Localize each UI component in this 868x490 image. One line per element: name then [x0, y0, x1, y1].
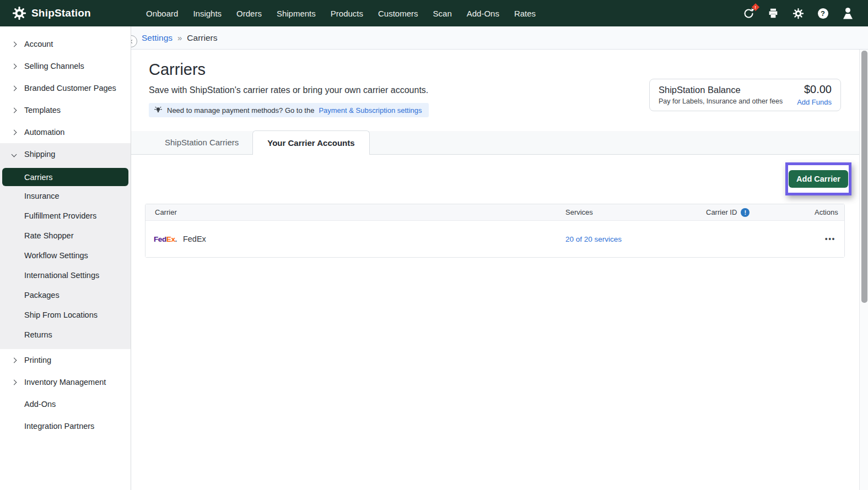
- sidebar-item-returns[interactable]: Returns: [0, 325, 131, 345]
- balance-title: ShipStation Balance: [659, 85, 783, 95]
- sidebar-shipping-section: Shipping Carriers Insurance Fulfillment …: [0, 143, 131, 349]
- help-icon[interactable]: ?: [817, 7, 829, 19]
- sidebar-item-insurance[interactable]: Insurance: [0, 186, 131, 206]
- chevron-right-icon: [12, 379, 17, 385]
- tab-your-carrier-accounts[interactable]: Your Carrier Accounts: [252, 130, 369, 155]
- chevron-right-icon: [12, 357, 17, 363]
- table-header-row: Carrier Services Carrier ID ! Actions: [145, 204, 844, 221]
- nav-item-orders[interactable]: Orders: [236, 9, 262, 18]
- fedex-logo: FedEx.: [154, 235, 177, 243]
- nav-item-onboard[interactable]: Onboard: [146, 9, 178, 18]
- settings-gear-icon[interactable]: [792, 7, 804, 19]
- payment-settings-link[interactable]: Payment & Subscription settings: [319, 106, 422, 115]
- table-row-fedex: FedEx. FedEx 20 of 20 services •••: [145, 221, 844, 257]
- page-title: Carriers: [149, 59, 868, 79]
- sidebar-item-automation[interactable]: Automation: [0, 121, 131, 143]
- sidebar-item-packages[interactable]: Packages: [0, 285, 131, 305]
- breadcrumb-settings-link[interactable]: Settings: [142, 33, 172, 43]
- chevron-right-icon: [12, 41, 17, 47]
- print-icon[interactable]: [767, 7, 779, 19]
- chevron-right-icon: [12, 129, 17, 135]
- sidebar-item-rate-shopper[interactable]: Rate Shopper: [0, 226, 131, 246]
- annotation-highlight: Add Carrier: [785, 162, 851, 195]
- sidebar-item-shipping[interactable]: Shipping: [0, 143, 131, 165]
- nav-item-products[interactable]: Products: [331, 9, 363, 18]
- column-header-carrier-id: Carrier ID: [706, 208, 737, 216]
- sidebar-item-account[interactable]: Account: [0, 33, 131, 55]
- breadcrumb-separator: »: [177, 33, 182, 42]
- row-actions-menu-icon[interactable]: •••: [825, 235, 835, 243]
- sidebar-item-fulfillment-providers[interactable]: Fulfillment Providers: [0, 206, 131, 226]
- sidebar-item-inventory-management[interactable]: Inventory Management: [0, 371, 131, 393]
- services-count-link[interactable]: 20 of 20 services: [565, 235, 622, 243]
- nav-item-shipments[interactable]: Shipments: [277, 9, 316, 18]
- column-header-actions: Actions: [815, 208, 847, 216]
- shipstation-logo[interactable]: ShipStation: [12, 0, 91, 26]
- sidebar-item-carriers[interactable]: Carriers: [2, 168, 128, 186]
- top-navigation-bar: ShipStation Onboard Insights Orders Ship…: [0, 0, 868, 26]
- sidebar-item-integration-partners[interactable]: Integration Partners: [0, 415, 131, 437]
- lightbulb-icon: [154, 106, 163, 115]
- refresh-icon[interactable]: !: [742, 7, 754, 19]
- tab-shipstation-carriers[interactable]: ShipStation Carriers: [151, 131, 252, 154]
- breadcrumb-current: Carriers: [187, 33, 217, 43]
- payment-info-banner: Need to manage payment methods? Go to th…: [149, 103, 429, 117]
- main-content: Settings » Carriers Carriers Save with S…: [131, 26, 868, 490]
- nav-item-add-ons[interactable]: Add-Ons: [467, 9, 499, 18]
- sidebar-item-add-ons[interactable]: Add-Ons: [0, 393, 131, 415]
- sidebar-item-international-settings[interactable]: International Settings: [0, 265, 131, 285]
- brand-name: ShipStation: [31, 7, 91, 19]
- chevron-right-icon: [12, 63, 17, 69]
- carrier-name: FedEx: [183, 235, 206, 243]
- primary-nav: Onboard Insights Orders Shipments Produc…: [146, 0, 536, 26]
- scrollbar[interactable]: [859, 50, 868, 490]
- balance-description: Pay for Labels, Insurance and other fees: [659, 97, 783, 105]
- carrier-id-info-icon[interactable]: !: [741, 208, 750, 217]
- column-header-carrier: Carrier: [145, 208, 565, 216]
- sidebar-item-printing[interactable]: Printing: [0, 349, 131, 371]
- nav-item-scan[interactable]: Scan: [433, 9, 452, 18]
- tab-content: Add Carrier Carrier Services Carrier ID …: [131, 155, 868, 490]
- chevron-right-icon: [12, 107, 17, 113]
- scrollbar-thumb[interactable]: [861, 51, 867, 303]
- shipstation-gear-logo-icon: [12, 6, 26, 20]
- carrier-tabs: ShipStation Carriers Your Carrier Accoun…: [131, 131, 868, 155]
- topbar-icons: !: [742, 0, 854, 26]
- sidebar-item-ship-from-locations[interactable]: Ship From Locations: [0, 305, 131, 325]
- nav-item-rates[interactable]: Rates: [514, 9, 536, 18]
- settings-sidebar: Account Selling Channels Branded Custome…: [0, 26, 131, 490]
- chevron-down-icon: [12, 151, 17, 157]
- nav-item-customers[interactable]: Customers: [378, 9, 418, 18]
- sidebar-item-selling-channels[interactable]: Selling Channels: [0, 55, 131, 77]
- balance-amount: $0.00: [797, 83, 832, 96]
- add-funds-link[interactable]: Add Funds: [797, 98, 832, 106]
- balance-card: ShipStation Balance Pay for Labels, Insu…: [649, 79, 841, 111]
- column-header-services: Services: [565, 208, 706, 216]
- chevron-right-icon: [12, 85, 17, 91]
- carriers-table: Carrier Services Carrier ID ! Actions Fe…: [145, 204, 845, 258]
- nav-item-insights[interactable]: Insights: [193, 9, 222, 18]
- sidebar-item-branded-customer-pages[interactable]: Branded Customer Pages: [0, 77, 131, 99]
- user-icon[interactable]: [842, 7, 854, 19]
- sidebar-item-workflow-settings[interactable]: Workflow Settings: [0, 246, 131, 265]
- add-carrier-button[interactable]: Add Carrier: [789, 170, 848, 188]
- breadcrumb: Settings » Carriers: [131, 26, 868, 50]
- sidebar-item-templates[interactable]: Templates: [0, 99, 131, 121]
- shipstation-app: ShipStation Onboard Insights Orders Ship…: [0, 0, 868, 490]
- banner-text: Need to manage payment methods? Go to th…: [167, 106, 314, 115]
